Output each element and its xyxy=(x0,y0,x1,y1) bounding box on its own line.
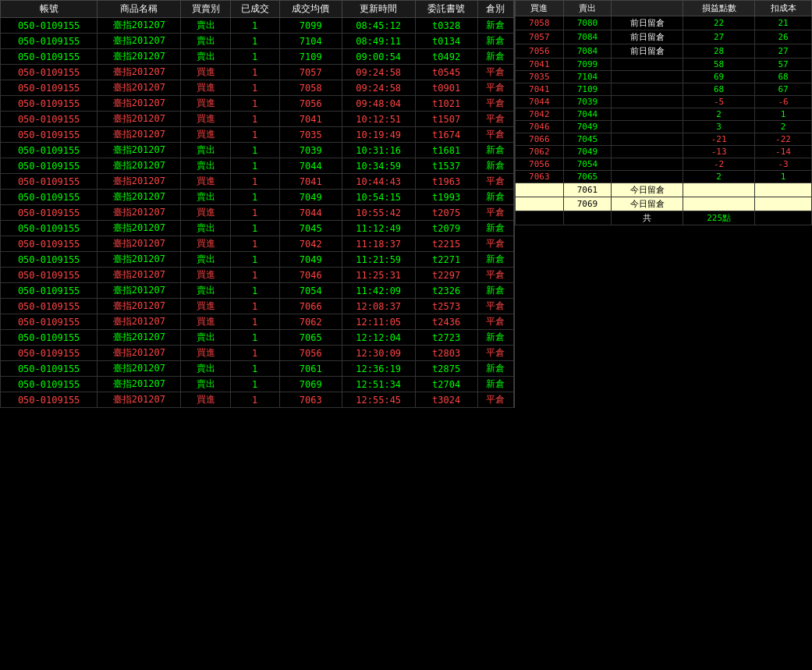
cell-action: 賣出 xyxy=(181,143,230,158)
summary-label: 共 xyxy=(612,211,683,225)
cell-time: 09:24:58 xyxy=(342,65,415,80)
trades-table: 帳號 商品名稱 買賣別 已成交 成交均價 更新時間 委託書號 倉別 050-01… xyxy=(0,0,514,408)
cell-order: t2704 xyxy=(415,377,477,392)
cell-account: 050-0109155 xyxy=(1,190,98,205)
cell-product: 臺指201207 xyxy=(98,392,181,408)
cell-product: 臺指201207 xyxy=(98,205,181,221)
summary-empty3 xyxy=(755,211,812,225)
cell-points: -13 xyxy=(683,146,755,158)
cell-price: 7058 xyxy=(279,80,342,96)
cell-sell: 7044 xyxy=(563,108,612,121)
cell-buy: 7041 xyxy=(516,83,564,96)
cell-action: 賣出 xyxy=(181,221,230,236)
cell-price: 7054 xyxy=(279,283,342,299)
table-row: 050-0109155 臺指201207 賣出 1 7069 12:51:34 … xyxy=(1,377,514,392)
cell-order: t1537 xyxy=(415,158,477,174)
cell-filled: 1 xyxy=(230,392,279,408)
cell-account: 050-0109155 xyxy=(1,158,98,174)
cell-product: 臺指201207 xyxy=(98,143,181,158)
col-order: 委託書號 xyxy=(415,1,477,18)
cell-product: 臺指201207 xyxy=(98,112,181,127)
cell-time: 09:00:54 xyxy=(342,49,415,65)
cell-price: 7062 xyxy=(279,314,342,330)
cell-price: 7041 xyxy=(279,112,342,127)
cell-time: 10:34:59 xyxy=(342,158,415,174)
cell-product: 臺指201207 xyxy=(98,49,181,65)
table-row: 050-0109155 臺指201207 買進 1 7044 10:55:42 … xyxy=(1,205,514,221)
cell-filled: 1 xyxy=(230,283,279,299)
cell-account: 050-0109155 xyxy=(1,112,98,127)
cell-action: 賣出 xyxy=(181,49,230,65)
cell-price: 7056 xyxy=(279,346,342,361)
cell-buy xyxy=(516,183,564,197)
cell-type: 新倉 xyxy=(477,283,513,299)
cell-action: 買進 xyxy=(181,346,230,361)
cell-points: 22 xyxy=(683,16,755,30)
cell-type: 平倉 xyxy=(477,174,513,190)
cell-product: 臺指201207 xyxy=(98,158,181,174)
cell-account: 050-0109155 xyxy=(1,49,98,65)
cell-account: 050-0109155 xyxy=(1,143,98,158)
cell-cost: 27 xyxy=(755,44,812,58)
right-header: 買進 賣出 損益點數 扣成本 xyxy=(516,1,812,16)
cell-buy: 7058 xyxy=(516,16,564,30)
table-row: 050-0109155 臺指201207 賣出 1 7045 11:12:49 … xyxy=(1,221,514,236)
cell-action: 賣出 xyxy=(181,377,230,392)
cell-cost: 2 xyxy=(755,121,812,133)
col-filled: 已成交 xyxy=(230,1,279,18)
summary-points: 225點 xyxy=(683,211,755,225)
cell-product: 臺指201207 xyxy=(98,283,181,299)
cell-type: 平倉 xyxy=(477,127,513,143)
cell-time: 12:30:09 xyxy=(342,346,415,361)
cell-product: 臺指201207 xyxy=(98,127,181,143)
cell-price: 7049 xyxy=(279,252,342,268)
cell-type: 新倉 xyxy=(477,377,513,392)
table-row: 050-0109155 臺指201207 買進 1 7058 09:24:58 … xyxy=(1,80,514,96)
col-account: 帳號 xyxy=(1,1,98,18)
cell-order: t1681 xyxy=(415,143,477,158)
cell-points: 69 xyxy=(683,71,755,83)
cell-account: 050-0109155 xyxy=(1,96,98,112)
cell-buy: 7044 xyxy=(516,96,564,108)
cell-product: 臺指201207 xyxy=(98,252,181,268)
col-buy: 買進 xyxy=(516,1,564,16)
cell-time: 10:55:42 xyxy=(342,205,415,221)
cell-points: -2 xyxy=(683,158,755,171)
cell-action: 買進 xyxy=(181,112,230,127)
cell-buy: 7066 xyxy=(516,133,564,146)
cell-product: 臺指201207 xyxy=(98,34,181,49)
cell-type: 平倉 xyxy=(477,314,513,330)
cell-product: 臺指201207 xyxy=(98,377,181,392)
cell-account: 050-0109155 xyxy=(1,299,98,314)
col-sell: 賣出 xyxy=(563,1,612,16)
cell-price: 7061 xyxy=(279,361,342,377)
cell-product: 臺指201207 xyxy=(98,80,181,96)
cell-time: 12:36:19 xyxy=(342,361,415,377)
cell-label xyxy=(612,96,683,108)
cell-price: 7057 xyxy=(279,65,342,80)
cell-buy: 7063 xyxy=(516,171,564,183)
summary-row: 7066 7045 -21 -22 xyxy=(516,133,812,146)
table-row: 050-0109155 臺指201207 賣出 1 7044 10:34:59 … xyxy=(1,158,514,174)
cell-label xyxy=(612,158,683,171)
cell-label: 今日留倉 xyxy=(612,183,683,197)
cell-filled: 1 xyxy=(230,96,279,112)
cell-price: 7045 xyxy=(279,221,342,236)
cell-cost: -6 xyxy=(755,96,812,108)
cell-product: 臺指201207 xyxy=(98,299,181,314)
cell-points: -21 xyxy=(683,133,755,146)
cell-type: 新倉 xyxy=(477,143,513,158)
cell-type: 平倉 xyxy=(477,205,513,221)
summary-row: 7057 7084 前日留倉 27 26 xyxy=(516,30,812,44)
cell-account: 050-0109155 xyxy=(1,392,98,408)
cell-cost: 1 xyxy=(755,171,812,183)
cell-cost: -14 xyxy=(755,146,812,158)
summary-row: 7046 7049 3 2 xyxy=(516,121,812,133)
cell-action: 買進 xyxy=(181,127,230,143)
cell-order: t0492 xyxy=(415,49,477,65)
cell-points: 68 xyxy=(683,83,755,96)
cell-cost xyxy=(755,183,812,197)
cell-buy: 7046 xyxy=(516,121,564,133)
cell-order: t2436 xyxy=(415,314,477,330)
cell-action: 買進 xyxy=(181,392,230,408)
